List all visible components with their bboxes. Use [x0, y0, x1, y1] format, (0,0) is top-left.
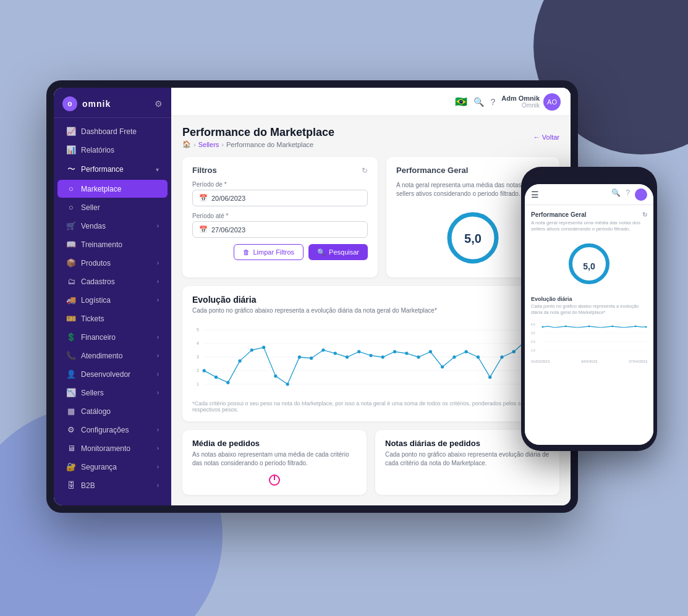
sidebar-item-monitoramento[interactable]: 🖥 Monitoramento ›: [57, 439, 168, 457]
svg-point-54: [541, 326, 543, 328]
sidebar-item-configuracoes[interactable]: ⚙ Configurações ›: [57, 421, 168, 439]
user-menu[interactable]: Adm Omnik Omnik AO: [501, 93, 561, 111]
search-icon[interactable]: 🔍: [474, 97, 484, 107]
seller-icon: ○: [66, 203, 76, 212]
gear-icon[interactable]: ⚙: [155, 99, 163, 109]
sidebar-item-tickets[interactable]: 🎫 Tickets: [57, 310, 168, 327]
svg-point-25: [357, 350, 360, 353]
tablet-device: o omnik ⚙ 📈 Dashboard Frete 📊 Relatórios…: [46, 80, 578, 513]
home-icon[interactable]: 🏠: [182, 140, 191, 148]
chevron-right-icon: ›: [157, 389, 159, 396]
chevron-right-icon: ›: [157, 297, 159, 303]
performance-icon: 〜: [66, 164, 76, 175]
logo-text: omnik: [82, 99, 111, 109]
search-button[interactable]: 🔍 Pesquisar: [308, 244, 368, 260]
sidebar-item-desenvolvedor[interactable]: 👤 Desenvolvedor ›: [57, 365, 168, 383]
svg-point-34: [465, 350, 468, 353]
page-title: Performance do Marketplace: [182, 126, 334, 139]
sidebar-item-logistica[interactable]: 🚚 Logística ›: [57, 291, 168, 309]
evolution-chart: 5 4 3 2 1: [192, 320, 550, 394]
chevron-right-icon: ›: [157, 352, 159, 359]
svg-text:2.0: 2.0: [531, 341, 535, 344]
treinamento-icon: 📖: [66, 240, 76, 249]
svg-point-20: [298, 355, 301, 358]
period-from-label: Período de *: [192, 181, 368, 188]
mobile-evolution-chart: 4.0 3.0 2.0 1.0: [531, 319, 647, 356]
b2b-icon: 🗄: [66, 481, 76, 490]
filters-card-header: Filtros ↻: [192, 166, 368, 175]
financeiro-icon: 💲: [66, 332, 76, 342]
marketplace-icon: ○: [66, 184, 76, 193]
filters-refresh-icon[interactable]: ↻: [362, 166, 368, 175]
chevron-right-icon: ›: [157, 482, 159, 489]
sidebar-item-atendimento[interactable]: 📞 Atendimento ›: [57, 347, 168, 365]
hamburger-icon[interactable]: ☰: [531, 190, 539, 200]
sidebar-item-dashboard-frete[interactable]: 📈 Dashboard Frete: [57, 122, 168, 140]
sidebar-item-seguranca[interactable]: 🔐 Segurança ›: [57, 458, 168, 476]
sidebar-item-performance[interactable]: 〜 Performance ▾: [57, 159, 168, 179]
breadcrumb-sellers[interactable]: Sellers: [198, 141, 219, 148]
sidebar-item-financeiro[interactable]: 💲 Financeiro ›: [57, 328, 168, 346]
chevron-right-icon: ›: [157, 426, 159, 433]
tablet-screen: o omnik ⚙ 📈 Dashboard Frete 📊 Relatórios…: [54, 88, 571, 505]
sidebar-item-marketplace[interactable]: ○ Marketplace: [57, 180, 168, 198]
sidebar-item-sellers[interactable]: 📉 Sellers ›: [57, 384, 168, 402]
performance-title: Performance Geral: [396, 166, 468, 175]
media-pedidos-title: Média de pedidos: [192, 439, 357, 448]
media-pedidos-desc: As notas abaixo representam uma média de…: [192, 450, 357, 468]
breadcrumb-current: Performance do Marketplace: [226, 141, 313, 148]
media-pedidos-card: Média de pedidos As notas abaixo represe…: [182, 430, 367, 495]
sidebar-item-treinamento[interactable]: 📖 Treinamento: [57, 235, 168, 253]
svg-point-15: [238, 360, 241, 363]
flag-brazil: 🇧🇷: [455, 96, 467, 108]
sidebar-item-label: Desenvolvedor: [81, 370, 130, 379]
svg-point-24: [346, 355, 349, 358]
help-icon[interactable]: ?: [490, 97, 495, 107]
gauge-score: 5,0: [464, 232, 482, 245]
trash-icon: 🗑: [243, 248, 250, 256]
clear-filters-button[interactable]: 🗑 Limpar Filtros: [234, 244, 304, 260]
mobile-help-icon[interactable]: ?: [626, 188, 630, 201]
sidebar-item-cadastros[interactable]: 🗂 Cadastros ›: [57, 272, 168, 290]
avatar: AO: [543, 93, 561, 111]
svg-point-29: [405, 352, 408, 355]
sidebar-item-relatorios[interactable]: 📊 Relatórios: [57, 141, 168, 159]
dashboard-frete-icon: 📈: [66, 127, 76, 136]
period-to-input[interactable]: 📅 27/06/2023: [192, 221, 368, 238]
svg-point-33: [452, 355, 456, 358]
mobile-refresh-icon[interactable]: ↻: [642, 211, 647, 218]
svg-point-16: [250, 348, 253, 352]
sidebar-item-label: Relatórios: [81, 146, 114, 154]
sidebar-item-seller[interactable]: ○ Seller: [57, 198, 168, 216]
breadcrumb: Performance do Marketplace 🏠 › Sellers ›…: [182, 126, 559, 148]
filters-title: Filtros: [192, 166, 217, 175]
back-button[interactable]: ← Voltar: [533, 133, 559, 141]
period-from-input[interactable]: 📅 20/06/2023: [192, 190, 368, 206]
mobile-content: Performance Geral ↻ A nota geral represe…: [525, 205, 653, 445]
chevron-right-icon: ›: [157, 463, 159, 470]
sidebar-item-catalogo[interactable]: ▦ Catálogo: [57, 402, 168, 420]
mobile-performance-desc: A nota geral representa uma média das no…: [531, 220, 647, 233]
sidebar-item-label: Dashboard Frete: [81, 127, 137, 136]
sidebar-item-vendas[interactable]: 🛒 Vendas ›: [57, 217, 168, 235]
evolution-desc: Cada ponto no gráfico abaixo representa …: [192, 307, 550, 314]
gauge-svg: 5,0: [442, 207, 504, 269]
svg-point-14: [226, 381, 229, 384]
mobile-search-icon[interactable]: 🔍: [611, 188, 621, 201]
svg-point-18: [274, 374, 277, 378]
sidebar-item-label: Performance: [81, 165, 124, 174]
main-content: 🇧🇷 🔍 ? Adm Omnik Omnik AO Performance do…: [171, 88, 571, 505]
logistica-icon: 🚚: [66, 295, 76, 305]
chevron-right-icon: ›: [157, 445, 159, 452]
produtos-icon: 📦: [66, 258, 76, 268]
sidebar-item-label: Sellers: [81, 389, 104, 397]
sidebar-item-label: Monitoramento: [81, 444, 130, 453]
svg-point-26: [369, 354, 372, 357]
sidebar-item-produtos[interactable]: 📦 Produtos ›: [57, 254, 168, 272]
mobile-avatar[interactable]: [635, 188, 647, 201]
sidebar-item-label: Logística: [81, 296, 111, 305]
svg-point-32: [441, 365, 444, 368]
sidebar-item-b2b[interactable]: 🗄 B2B ›: [57, 476, 168, 494]
vendas-icon: 🛒: [66, 221, 76, 230]
svg-text:5,0: 5,0: [583, 261, 595, 271]
